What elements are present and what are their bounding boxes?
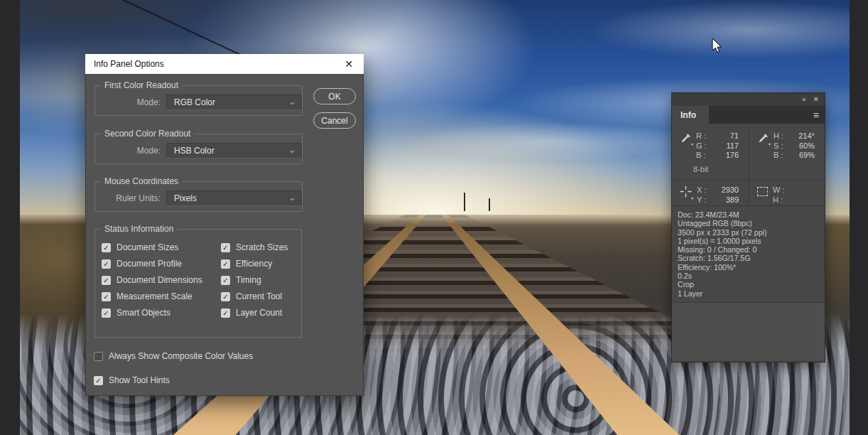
status-smart-objects: Missing: 0 / Changed: 0 xyxy=(678,245,819,254)
first-readout-mode-select[interactable]: RGB Color ⌄ xyxy=(166,95,302,110)
checkbox-scratch-sizes[interactable]: ✓ Scratch Sizes xyxy=(221,242,301,252)
info-panel-options-dialog: Info Panel Options ✕ First Color Readout… xyxy=(85,54,364,396)
checkbox-measurement-scale[interactable]: ✓ Measurement Scale xyxy=(102,291,221,301)
checkbox-layer-count[interactable]: ✓ Layer Count xyxy=(221,308,301,318)
flyout-arrow-icon: ▾ xyxy=(691,141,693,146)
eyedropper-icon[interactable]: ▾ xyxy=(680,133,691,144)
first-color-readout-group: First Color Readout Mode: RGB Color ⌄ xyxy=(94,80,303,116)
status-measurement-scale: 1 pixel(s) = 1.0000 pixels xyxy=(678,237,819,245)
first-readout-cell: ▾ R :71 G :117 B :176 xyxy=(672,124,749,179)
chevron-down-icon: ⌄ xyxy=(288,144,296,155)
status-current-tool: Crop xyxy=(678,280,819,289)
second-color-readout-group: Second Color Readout Mode: HSB Color ⌄ xyxy=(94,129,303,164)
panel-empty-area xyxy=(672,303,825,360)
status-checkbox-grid: ✓ Document Sizes ✓ Scratch Sizes ✓ Docum… xyxy=(95,234,301,318)
checkbox[interactable]: ✓ xyxy=(94,352,103,361)
photo-pole xyxy=(464,193,465,211)
mode-label: Mode: xyxy=(95,146,161,156)
info-panel-tabbar: Info ≡ xyxy=(672,106,825,124)
first-color-readout-legend: First Color Readout xyxy=(101,80,182,90)
checkbox[interactable]: ✓ xyxy=(102,308,111,318)
flyout-arrow-icon: ▾ xyxy=(769,141,771,146)
dialog-title: Info Panel Options xyxy=(94,59,341,69)
checkbox-efficiency[interactable]: ✓ Efficiency xyxy=(221,259,301,269)
flyout-arrow-icon: ▾ xyxy=(691,195,693,200)
marquee-icon xyxy=(757,187,768,196)
status-efficiency: Efficiency: 100%* xyxy=(678,263,819,272)
checkbox-document-profile[interactable]: ✓ Document Profile xyxy=(102,259,221,269)
checkbox-always-show-composite[interactable]: ✓ Always Show Composite Color Values xyxy=(94,351,253,361)
status-timing: 0.2s xyxy=(678,272,819,280)
chevron-down-icon: ⌄ xyxy=(288,96,296,107)
workspace-right-edge xyxy=(850,0,868,435)
checkbox-timing[interactable]: ✓ Timing xyxy=(221,275,301,285)
eyedropper-icon[interactable]: ▾ xyxy=(757,133,769,144)
status-information-group: Status Information ✓ Document Sizes ✓ Sc… xyxy=(94,224,302,338)
checkbox[interactable]: ✓ xyxy=(221,259,230,269)
photoshop-workspace: Info Panel Options ✕ First Color Readout… xyxy=(0,0,868,435)
ruler-units-select[interactable]: Pixels ⌄ xyxy=(166,190,302,206)
status-information-legend: Status Information xyxy=(101,224,177,234)
cancel-button[interactable]: Cancel xyxy=(313,112,356,129)
dialog-titlebar[interactable]: Info Panel Options ✕ xyxy=(85,54,364,74)
mouse-cursor xyxy=(712,38,726,54)
checkbox[interactable]: ✓ xyxy=(94,376,103,385)
status-doc-size: Doc: 23.4M/23.4M xyxy=(678,210,819,219)
mouse-coordinates-legend: Mouse Coordinates xyxy=(101,176,182,186)
checkbox-current-tool[interactable]: ✓ Current Tool xyxy=(221,291,301,301)
color-readout-section: ▾ R :71 G :117 B :176 ▾ H :214° xyxy=(672,124,825,179)
checkbox-show-tool-hints[interactable]: ✓ Show Tool Hints xyxy=(94,375,170,385)
first-readout-mode-value: RGB Color xyxy=(174,97,215,107)
second-color-readout-legend: Second Color Readout xyxy=(101,129,194,139)
cursor-coords-cell: ▾ X :2930 Y :389 xyxy=(672,180,749,205)
mode-label: Mode: xyxy=(95,97,161,107)
mouse-coordinates-group: Mouse Coordinates Ruler Units: Pixels ⌄ xyxy=(94,176,303,212)
status-dimensions: 3500 px x 2333 px (72 ppi) xyxy=(678,228,819,237)
info-panel-content: ▾ R :71 G :117 B :176 ▾ H :214° xyxy=(672,124,825,362)
ruler-units-value: Pixels xyxy=(174,193,197,203)
info-panel-header[interactable]: « ✕ xyxy=(672,93,825,106)
workspace-left-edge xyxy=(0,0,20,435)
bit-depth-label: 8-bit xyxy=(693,165,708,173)
checkbox[interactable]: ✓ xyxy=(102,276,111,285)
second-readout-cell: ▾ H :214° S :60% B :69% xyxy=(749,124,825,179)
checkbox-smart-objects[interactable]: ✓ Smart Objects xyxy=(102,308,221,318)
checkbox[interactable]: ✓ xyxy=(221,276,230,285)
second-readout-mode-select[interactable]: HSB Color ⌄ xyxy=(166,143,302,159)
chevron-down-icon: ⌄ xyxy=(288,192,296,203)
photo-pole xyxy=(489,198,490,211)
document-status-section: Doc: 23.4M/23.4M Untagged RGB (8bpc) 350… xyxy=(672,206,825,302)
status-profile: Untagged RGB (8bpc) xyxy=(678,219,819,227)
checkbox-document-sizes[interactable]: ✓ Document Sizes xyxy=(102,242,221,252)
ok-button[interactable]: OK xyxy=(313,88,356,104)
dialog-body: First Color Readout Mode: RGB Color ⌄ Se… xyxy=(85,74,364,396)
info-panel: « ✕ Info ≡ ▾ R :71 G :117 B :176 xyxy=(671,92,825,362)
checkbox[interactable]: ✓ xyxy=(221,243,230,252)
collapse-panel-icon[interactable]: « xyxy=(802,96,806,103)
second-readout-mode-value: HSB Color xyxy=(174,146,215,156)
status-scratch: Scratch: 1.56G/17.5G xyxy=(678,254,819,262)
coordinates-section: ▾ X :2930 Y :389 W : H : xyxy=(672,180,825,205)
checkbox[interactable]: ✓ xyxy=(102,292,111,301)
ruler-units-label: Ruler Units: xyxy=(95,193,161,203)
checkbox[interactable]: ✓ xyxy=(221,308,230,318)
crosshair-icon[interactable]: ▾ xyxy=(680,186,692,198)
status-layer-count: 1 Layer xyxy=(678,289,819,298)
checkbox[interactable]: ✓ xyxy=(102,259,111,269)
panel-menu-icon[interactable]: ≡ xyxy=(813,109,819,121)
close-panel-icon[interactable]: ✕ xyxy=(813,96,819,103)
checkbox[interactable]: ✓ xyxy=(221,292,230,301)
tab-info[interactable]: Info xyxy=(672,106,709,124)
selection-size-cell: W : H : xyxy=(749,180,825,205)
checkbox[interactable]: ✓ xyxy=(102,243,111,252)
dialog-close-icon[interactable]: ✕ xyxy=(341,58,357,70)
checkbox-document-dimensions[interactable]: ✓ Document Dimensions xyxy=(102,275,221,285)
